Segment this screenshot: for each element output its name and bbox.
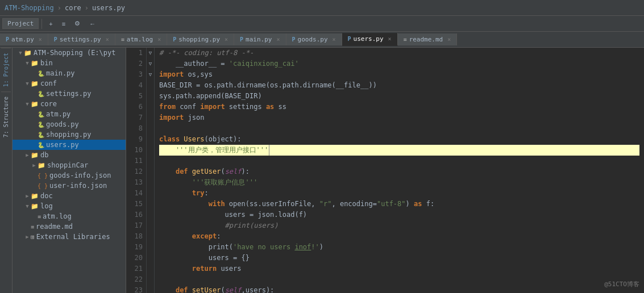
code-token [159,263,192,274]
code-token: getUser [192,166,221,177]
tree-label: doc [40,192,53,200]
app-container: ATM-Shopping › core › users.py Project +… [0,0,644,293]
code-token: ss [274,102,286,112]
code-token: 'have no users [233,242,294,253]
code-token: self [225,285,242,293]
tab-close-btn[interactable]: × [225,36,228,43]
code-token [188,285,192,293]
watermark: @51CTO博客 [604,280,639,288]
toolbar-add-btn[interactable]: + [45,19,56,29]
tab-close-btn[interactable]: × [39,36,42,43]
code-line-2: __author__ = 'caiqinxiong_cai' [159,58,639,69]
tab-close-btn[interactable]: × [276,36,280,43]
fold-gutter: ▽ ▽ ▽ [147,48,155,293]
code-token: 'caiqinxiong_cai' [229,58,299,69]
tab-atm-py[interactable]: P atm.py × [0,34,48,45]
tree-item-goods-py[interactable]: 🐍 goods.py [13,119,126,129]
tree-item-main-py[interactable]: 🐍 main.py [13,68,126,78]
tab-close-btn[interactable]: × [157,36,161,43]
tree-item-ext-libs[interactable]: ▶ ⊞ External Libraries [13,232,126,242]
tab-shopping-py[interactable]: P shopping.py × [167,34,234,45]
code-token: f: [422,199,434,210]
tree-item-user-json[interactable]: { } user-info.json [13,181,126,191]
code-token: ) [319,242,323,253]
tab-main-py[interactable]: P main.py × [234,34,286,45]
tab-close-btn[interactable]: × [106,36,109,43]
code-token: inof [294,242,311,253]
toolbar-back-btn[interactable]: ← [85,19,99,29]
json-file-icon: { } [38,183,48,189]
tree-item-db[interactable]: ▶ 📁 db [13,150,126,160]
tab-goods-py[interactable]: P goods.py × [286,34,342,45]
folder-icon: 📁 [31,192,39,200]
fold-marker-12[interactable]: ▽ [147,58,154,69]
log-file-icon: ≡ [38,214,41,220]
project-tab-label[interactable]: Project [2,18,39,29]
code-token [159,285,176,293]
code-token: __author__ = [159,58,229,69]
code-line-18: except: [159,231,639,242]
tree-item-log[interactable]: ▼ 📁 log [13,201,126,211]
code-token: try [192,188,205,199]
tab-close-btn[interactable]: × [388,36,392,42]
tree-item-doc[interactable]: ▶ 📁 doc [13,191,126,201]
tree-item-core[interactable]: ▼ 📁 core [13,99,126,109]
sidebar: ▼ 📁 ATM-Shopping (E:\pyt ▼ 📁 bin 🐍 main.… [13,48,126,293]
code-token [188,166,192,177]
vertical-tab-project[interactable]: 1: Project [1,48,11,91]
tree-item-settings-py[interactable]: 🐍 settings.py [13,89,126,99]
tree-item-atm-py[interactable]: 🐍 atm.py [13,109,126,119]
tab-settings-py[interactable]: P settings.py × [48,34,115,45]
tab-label: atm.py [11,36,34,43]
fold-marker-23[interactable]: ▽ [147,69,154,80]
tab-readme-md[interactable]: ≡ readme.md × [398,34,458,45]
code-token [159,123,163,134]
folder-icon: 📁 [31,80,39,87]
tab-close-btn[interactable]: × [447,36,451,43]
code-token: json [184,112,204,123]
code-line-6: from conf import settings as ss [159,102,639,112]
tree-item-shopping-py[interactable]: 🐍 shopping.py [13,129,126,140]
code-line-4: BASE_DIR = os.path.dirname(os.path.dirna… [159,80,639,91]
code-line-5: sys.path.append(BASE_DIR) [159,91,639,102]
vertical-tab-structure[interactable]: 7: Structure [1,91,11,142]
code-editor[interactable]: # -*- coding: utf-8 -*- __author__ = 'ca… [155,48,644,293]
tree-item-readme[interactable]: ≡ readme.md [13,221,126,232]
tree-item-goods-json[interactable]: { } goods-info.json [13,170,126,181]
toolbar-settings-btn[interactable]: ⚙ [70,18,84,29]
tree-item-users-py[interactable]: 🐍 users.py [13,140,126,150]
tree-item-bin[interactable]: ▼ 📁 bin [13,58,126,68]
tree-item-conf[interactable]: ▼ 📁 conf [13,78,126,89]
tree-item-root[interactable]: ▼ 📁 ATM-Shopping (E:\pyt [13,48,126,58]
tree-arrow: ▼ [17,50,24,56]
tree-label: readme.md [36,223,73,231]
code-token: from [159,102,176,112]
code-token [159,156,163,166]
tree-label: conf [40,79,57,87]
title-breadcrumb-project[interactable]: ATM-Shopping [5,4,54,12]
code-token: import [159,112,184,123]
code-line-7: import json [159,112,639,123]
code-token: users = json.load(f) [159,210,307,220]
tree-item-shoppin-car[interactable]: ▶ 📁 shoppinCar [13,160,126,170]
code-token: '''用户类，管理用户接口''' [159,145,268,156]
tree-label: atm.py [46,110,70,118]
tab-atm-log[interactable]: ≡ atm.log × [115,34,167,45]
toolbar-menu-btn[interactable]: ≡ [58,19,69,29]
tree-label: bin [40,59,53,67]
breadcrumb-sep-1: › [57,4,61,12]
tab-users-py[interactable]: P users.py × [342,33,398,46]
vertical-tabs: 1: Project 7: Structure [0,48,13,293]
code-line-16: users = json.load(f) [159,210,639,220]
py-file-icon: 🐍 [38,91,44,97]
title-breadcrumb-core[interactable]: core [65,4,81,12]
code-token: as [414,199,422,210]
code-line-17: #print(users) [159,220,639,231]
tree-item-atm-log[interactable]: ≡ atm.log [13,211,126,221]
breadcrumb-sep-2: › [85,4,89,12]
fold-marker-9[interactable]: ▽ [147,48,154,58]
tree-label: core [40,100,57,108]
tab-close-btn[interactable]: × [333,36,336,43]
code-token [159,231,192,242]
code-line-22 [159,274,639,285]
